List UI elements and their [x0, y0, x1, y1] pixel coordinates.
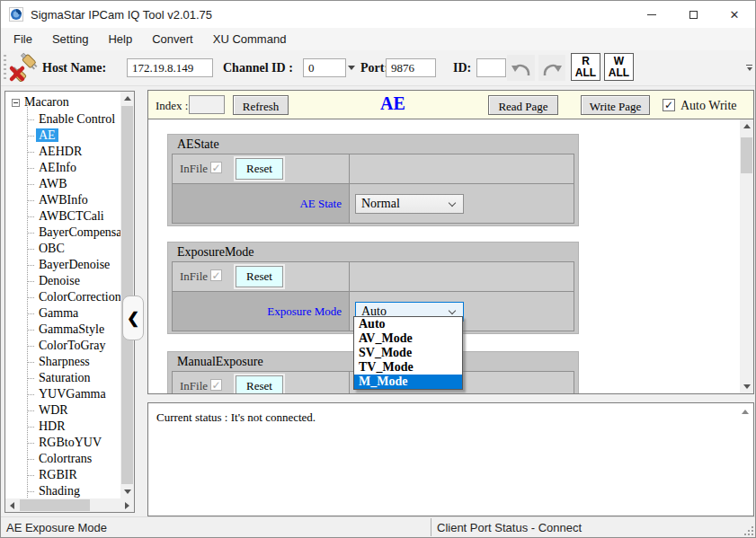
tree-item-label[interactable]: AWBInfo [36, 193, 91, 207]
write-all-button[interactable]: WALL [604, 53, 634, 81]
tree-item-awb[interactable]: AWB [5, 176, 120, 192]
undo-button[interactable] [507, 55, 535, 81]
close-button[interactable]: ✕ [714, 1, 755, 28]
tree-item-rgbir[interactable]: RGBIR [5, 467, 120, 483]
tree-item-label[interactable]: BayerDenoise [36, 258, 112, 271]
tree-item-bayerdenoise[interactable]: BayerDenoise [5, 257, 120, 273]
tree-item-label[interactable]: WDR [36, 403, 71, 417]
host-name-input[interactable]: 172.19.8.149 [127, 58, 213, 77]
tree-item-enable-control[interactable]: Enable Control [5, 111, 120, 128]
tree-item-yuvgamma[interactable]: YUVGamma [5, 386, 120, 402]
tree-hscroll-thumb[interactable] [20, 499, 90, 511]
index-input[interactable] [189, 95, 225, 114]
auto-write-checkbox[interactable] [663, 99, 675, 111]
dropdown-option-auto[interactable]: Auto [354, 317, 462, 331]
tree-item-label[interactable]: AWBCTCali [36, 209, 107, 223]
resize-grip-icon[interactable] [743, 525, 753, 535]
dropdown-option-tv_mode[interactable]: TV_Mode [354, 360, 462, 375]
infile-checkbox[interactable] [210, 379, 222, 391]
tree-item-denoise[interactable]: Denoise [5, 273, 120, 289]
tree-item-ae[interactable]: AE [5, 128, 120, 144]
tree-item-label[interactable]: Saturation [36, 371, 93, 384]
infile-checkbox[interactable] [210, 162, 222, 173]
tree-item-saturation[interactable]: Saturation [5, 370, 120, 386]
tree-item-obc[interactable]: OBC [5, 241, 120, 257]
tree-item-label[interactable]: GammaStyle [36, 322, 107, 336]
maximize-button[interactable] [672, 1, 714, 28]
read-page-button[interactable]: Read Page [488, 95, 558, 115]
menu-xu-command[interactable]: XU Command [203, 28, 297, 50]
channel-id-select[interactable]: 0 [303, 58, 346, 77]
tree-item-colortrans[interactable]: Colortrans [5, 451, 120, 467]
tree-item-aeinfo[interactable]: AEInfo [5, 160, 120, 176]
reset-button[interactable]: Reset [236, 266, 283, 287]
tree-item-label[interactable]: AWB [36, 177, 70, 190]
tree-item-label[interactable]: Shading [36, 484, 83, 498]
toolbar-overflow-button[interactable] [745, 65, 753, 71]
tree-item-sharpness[interactable]: Sharpness [5, 354, 120, 370]
tree-item-colortogray[interactable]: ColorToGray [5, 338, 120, 354]
menu-help[interactable]: Help [98, 28, 142, 50]
id-input[interactable] [476, 58, 506, 77]
scroll-up-icon [743, 124, 751, 128]
tree-horizontal-scrollbar[interactable] [5, 498, 134, 512]
tree-item-label[interactable]: HDR [36, 419, 68, 433]
tree-item-label[interactable]: RGBIR [36, 468, 80, 481]
tree-item-label[interactable]: ColorCorrection [36, 290, 120, 304]
tree-item-label[interactable]: RGBtoYUV [36, 436, 104, 449]
page-header: Index : Refresh AE Read Page Write Page … [148, 91, 753, 119]
infile-checkbox[interactable] [210, 269, 222, 281]
tree-item-gamma[interactable]: Gamma [5, 305, 120, 322]
infile-label: InFile [180, 379, 208, 393]
collapse-toggle-icon[interactable] [12, 99, 20, 107]
dropdown-option-av_mode[interactable]: AV_Mode [354, 331, 462, 346]
tree-item-rgbtoyuv[interactable]: RGBtoYUV [5, 435, 120, 451]
content-scroll-thumb[interactable] [741, 137, 752, 173]
menu-setting[interactable]: Setting [42, 28, 98, 50]
tree-item-gammastyle[interactable]: GammaStyle [5, 322, 120, 338]
tree-item-label[interactable]: Sharpness [36, 355, 93, 368]
menu-convert[interactable]: Convert [142, 28, 203, 50]
ae-state-value: Normal [361, 197, 400, 210]
sidebar-collapse-button[interactable]: ❮ [122, 295, 144, 340]
tree-item-label[interactable]: AEHDR [36, 145, 84, 158]
read-all-button[interactable]: RALL [571, 53, 600, 81]
reset-button[interactable]: Reset [236, 375, 283, 393]
tree-item-awbinfo[interactable]: AWBInfo [5, 192, 120, 208]
dropdown-option-sv_mode[interactable]: SV_Mode [354, 346, 462, 360]
tree-item-bayercompensat[interactable]: BayerCompensat [5, 225, 120, 241]
write-page-button[interactable]: Write Page [581, 95, 650, 115]
reset-button[interactable]: Reset [236, 158, 283, 180]
tree-item-label[interactable]: AE [36, 128, 58, 142]
redo-button[interactable] [538, 55, 565, 81]
tree-item-hdr[interactable]: HDR [5, 419, 120, 435]
tree-root-label[interactable]: Macaron [24, 95, 69, 110]
tree-item-label[interactable]: Gamma [36, 306, 81, 320]
disconnect-icon[interactable] [8, 52, 40, 83]
tree-item-wdr[interactable]: WDR [5, 402, 120, 419]
refresh-button[interactable]: Refresh [233, 95, 289, 115]
tree-item-label[interactable]: Colortrans [36, 452, 94, 465]
content-vertical-scrollbar[interactable] [740, 119, 753, 393]
channel-id-dropdown-icon[interactable] [348, 66, 355, 70]
tree-item-label[interactable]: Denoise [36, 274, 83, 287]
tree-item-shading[interactable]: Shading [5, 483, 120, 498]
tree-item-label[interactable]: ColorToGray [36, 339, 108, 352]
tree-item-label[interactable]: BayerCompensat [36, 225, 120, 239]
tree-item-label[interactable]: AEInfo [36, 161, 79, 174]
dropdown-option-m_mode[interactable]: M_Mode [354, 375, 462, 389]
menu-file[interactable]: File [4, 28, 42, 50]
port-input[interactable]: 9876 [386, 58, 436, 77]
tree-item-label[interactable]: YUVGamma [36, 387, 109, 401]
tree-item-label[interactable]: OBC [36, 242, 67, 255]
ae-state-select[interactable]: Normal [355, 194, 464, 214]
auto-write-label: Auto Write [680, 99, 737, 113]
tree-item-colorcorrection[interactable]: ColorCorrection [5, 289, 120, 305]
tree-item-aehdr[interactable]: AEHDR [5, 144, 120, 160]
scroll-up-icon[interactable] [742, 410, 749, 414]
toolbar-grip[interactable] [4, 55, 6, 82]
tree-item-awbctcali[interactable]: AWBCTCali [5, 208, 120, 225]
minimize-button[interactable] [631, 1, 672, 28]
tree-item-label[interactable]: Enable Control [36, 112, 118, 126]
log-panel[interactable]: Current status : It's not connected. [147, 402, 754, 516]
